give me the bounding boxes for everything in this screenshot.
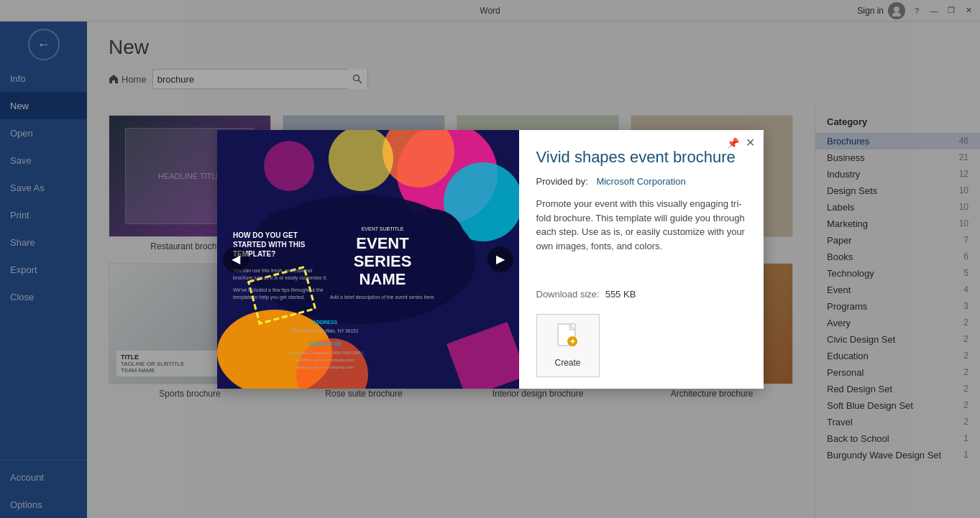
svg-point-9 — [264, 141, 314, 191]
svg-text:STARTED WITH THIS: STARTED WITH THIS — [233, 241, 306, 249]
svg-text:The Phone Company | (206) 555-: The Phone Company | (206) 555-0100 | — [287, 351, 363, 355]
modal-provider-link[interactable]: Microsoft Corporation — [596, 176, 685, 187]
svg-text:www.the-phone-company.com: www.the-phone-company.com — [295, 365, 353, 369]
svg-text:EVENT SUBTITLE: EVENT SUBTITLE — [361, 226, 403, 231]
create-button[interactable]: ✦ Create — [536, 314, 600, 377]
modal-info-panel: Vivid shapes event brochure Provided by:… — [519, 130, 764, 389]
svg-text:EVENT: EVENT — [356, 234, 409, 252]
modal-download-size: Download size: 555 KB — [536, 289, 746, 300]
svg-text:Add a brief description of the: Add a brief description of the event ser… — [329, 295, 435, 300]
modal-body: HOW DO YOU GET STARTED WITH THIS TEMPLAT… — [217, 130, 764, 389]
modal-next-button[interactable]: ▶ — [487, 246, 513, 272]
svg-text:info@the-phone-company.com: info@the-phone-company.com — [296, 358, 354, 362]
document-icon: ✦ — [557, 323, 580, 348]
svg-text:CONTACT US: CONTACT US — [308, 341, 342, 346]
svg-text:We've included a few tips thro: We've included a few tips throughout the — [233, 287, 324, 293]
svg-text:4567 Main St Buffalo, NY 98152: 4567 Main St Buffalo, NY 98152 — [291, 328, 358, 333]
modal-prev-button[interactable]: ◀ — [223, 246, 249, 272]
create-label: Create — [554, 358, 580, 368]
svg-text:NAME: NAME — [359, 270, 406, 288]
svg-text:SERIES: SERIES — [353, 252, 411, 270]
modal-provider: Provided by: Microsoft Corporation — [536, 176, 746, 187]
modal-description: Promote your event with this visually en… — [536, 197, 746, 277]
modal-title: Vivid shapes event brochure — [536, 147, 746, 168]
create-icon: ✦ — [557, 323, 580, 353]
template-preview-modal: ✕ 📌 — [217, 130, 764, 389]
modal-overlay[interactable]: ✕ 📌 — [0, 0, 980, 518]
preview-svg: HOW DO YOU GET STARTED WITH THIS TEMPLAT… — [217, 130, 519, 389]
modal-preview-panel: HOW DO YOU GET STARTED WITH THIS TEMPLAT… — [217, 130, 519, 389]
svg-text:You can use this fresh, profes: You can use this fresh, professional — [233, 268, 313, 274]
svg-text:✦: ✦ — [569, 338, 576, 346]
modal-pin-button[interactable]: 📌 — [726, 136, 741, 150]
modal-close-button[interactable]: ✕ — [743, 136, 758, 150]
svg-text:HOW DO YOU GET: HOW DO YOU GET — [233, 231, 298, 239]
svg-text:brochure just as it is or easi: brochure just as it is or easily customi… — [233, 275, 327, 281]
svg-text:template to help you get start: template to help you get started. — [233, 295, 305, 300]
svg-text:ADDRESS: ADDRESS — [312, 320, 337, 325]
modal-preview-image: HOW DO YOU GET STARTED WITH THIS TEMPLAT… — [217, 130, 519, 389]
